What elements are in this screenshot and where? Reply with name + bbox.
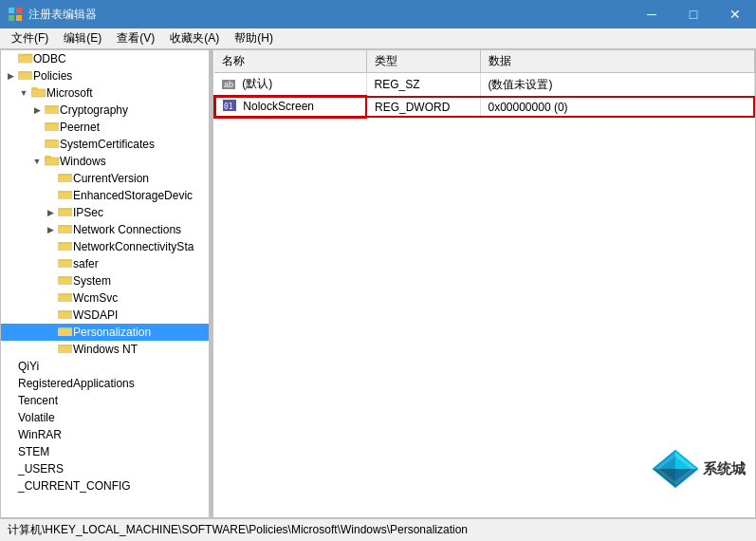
tree-item-wcmsvc[interactable]: WcmSvc <box>1 289 209 307</box>
main-content: ODBC ▶ Policies ▼ Microsoft ▶ Cryptograp… <box>0 49 756 518</box>
tree-label: _CURRENT_CONFIG <box>18 479 131 493</box>
svg-rect-9 <box>31 89 46 97</box>
svg-rect-11 <box>31 87 38 90</box>
tree-label: CurrentVersion <box>73 172 149 185</box>
menu-file[interactable]: 文件(F) <box>4 28 56 48</box>
svg-text:01: 01 <box>224 103 233 111</box>
svg-rect-34 <box>58 278 72 285</box>
expand-icon <box>45 309 56 321</box>
tree-item-systemcertificates[interactable]: SystemCertificates <box>1 136 209 153</box>
reg-data: (数值未设置) <box>480 73 755 97</box>
close-button[interactable]: ✕ <box>714 0 756 28</box>
tree-label: IPSec <box>73 206 103 219</box>
tree-label: Policies <box>33 69 72 83</box>
tree-item-safer[interactable]: safer <box>1 255 209 272</box>
expand-icon <box>5 480 16 492</box>
tree-item-cryptography[interactable]: ▶ Cryptography <box>1 102 209 119</box>
tree-item-tencent[interactable]: Tencent <box>1 392 209 409</box>
expand-icon <box>5 361 16 372</box>
tree-label: EnhancedStorageDevic <box>73 189 193 202</box>
folder-icon <box>58 308 73 323</box>
folder-icon <box>58 342 73 357</box>
menu-edit[interactable]: 编辑(E) <box>56 28 109 48</box>
status-text: 计算机\HKEY_LOCAL_MACHINE\SOFTWARE\Policies… <box>8 522 468 538</box>
folder-icon <box>58 239 73 254</box>
tree-item-winrar[interactable]: WinRAR <box>1 426 209 443</box>
tree-label: Microsoft <box>46 86 93 100</box>
tree-item-registeredapplications[interactable]: RegisteredApplications <box>1 375 209 392</box>
folder-icon <box>45 137 60 152</box>
tree-label: Windows <box>60 155 106 168</box>
tree-item-networkconnectivitysta[interactable]: NetworkConnectivitySta <box>1 238 209 255</box>
tree-item-stem[interactable]: STEM <box>1 443 209 460</box>
tree-item-windows[interactable]: ▼ Windows <box>1 153 209 170</box>
tree-item-system[interactable]: System <box>1 272 209 289</box>
svg-rect-28 <box>58 227 72 233</box>
expand-icon: ▶ <box>31 104 43 116</box>
svg-rect-22 <box>58 176 72 182</box>
expand-icon: ▶ <box>45 224 56 235</box>
reg-type: REG_SZ <box>366 73 480 97</box>
menu-bar: 文件(F) 编辑(E) 查看(V) 收藏夹(A) 帮助(H) <box>0 28 756 49</box>
expand-icon <box>5 429 16 440</box>
folder-icon <box>58 256 73 271</box>
svg-rect-2 <box>9 15 14 21</box>
tree-panel: ODBC ▶ Policies ▼ Microsoft ▶ Cryptograp… <box>1 50 210 517</box>
tree-label: WcmSvc <box>73 291 118 305</box>
svg-rect-6 <box>18 56 32 63</box>
table-row[interactable]: 01 NolockScreen REG_DWORD 0x00000000 (0) <box>214 96 755 118</box>
expand-icon <box>5 378 16 389</box>
reg-name: 01 NolockScreen <box>214 96 366 118</box>
reg-data: 0x00000000 (0) <box>480 96 755 118</box>
expand-icon <box>5 463 16 475</box>
svg-rect-17 <box>45 141 59 148</box>
expand-icon <box>5 412 16 423</box>
menu-help[interactable]: 帮助(H) <box>227 28 281 48</box>
tree-item-peernet[interactable]: Peernet <box>1 119 209 136</box>
folder-icon <box>18 51 33 66</box>
reg-type: REG_DWORD <box>366 96 480 118</box>
reg-name: ab (默认) <box>214 73 366 97</box>
tree-item-ipsec[interactable]: ▶ IPSec <box>1 204 209 221</box>
expand-icon <box>5 395 16 406</box>
menu-favorites[interactable]: 收藏夹(A) <box>162 28 227 48</box>
app-icon <box>8 7 23 22</box>
tree-item-personalization[interactable]: Personalization <box>1 324 209 341</box>
svg-rect-32 <box>58 261 72 268</box>
col-name: 名称 <box>214 50 366 73</box>
maximize-button[interactable]: □ <box>673 0 714 28</box>
folder-icon <box>58 188 73 203</box>
tree-item-enhancedstoragedevic[interactable]: EnhancedStorageDevic <box>1 187 209 204</box>
expand-icon <box>5 53 16 65</box>
tree-item-microsoft[interactable]: ▼ Microsoft <box>1 84 209 102</box>
table-row[interactable]: ab (默认) REG_SZ (数值未设置) <box>214 73 755 97</box>
menu-view[interactable]: 查看(V) <box>109 28 162 48</box>
title-bar-buttons: ─ □ ✕ <box>631 0 756 28</box>
folder-icon <box>58 222 73 237</box>
tree-item-policies[interactable]: ▶ Policies <box>1 67 209 84</box>
tree-item-qiyi[interactable]: QiYi <box>1 358 209 375</box>
minimize-button[interactable]: ─ <box>631 0 673 28</box>
tree-item-odbc[interactable]: ODBC <box>1 50 209 67</box>
tree-item-currentversion[interactable]: CurrentVersion <box>1 170 209 187</box>
tree-label: WinRAR <box>18 428 62 441</box>
svg-rect-3 <box>16 15 22 21</box>
tree-label: Personalization <box>73 326 151 339</box>
svg-rect-36 <box>58 295 72 302</box>
tree-label: _USERS <box>18 462 64 476</box>
tree-item-volatile[interactable]: Volatile <box>1 409 209 426</box>
expand-icon <box>5 446 16 457</box>
folder-icon <box>18 68 33 84</box>
tree-item-users[interactable]: _USERS <box>1 460 209 477</box>
tree-label: ODBC <box>33 52 66 65</box>
tree-item-current-config[interactable]: _CURRENT_CONFIG <box>1 477 209 494</box>
svg-rect-8 <box>18 73 32 80</box>
expand-icon <box>45 241 56 252</box>
tree-item-networkconnections[interactable]: ▶ Network Connections <box>1 221 209 238</box>
right-panel: 名称 类型 数据 ab (默认) REG_SZ (数值未设置) <box>213 50 755 517</box>
title-bar: 注册表编辑器 ─ □ ✕ <box>0 0 756 28</box>
tree-item-windowsnt[interactable]: Windows NT <box>1 341 209 358</box>
tree-item-wsdapi[interactable]: WSDAPI <box>1 307 209 324</box>
col-data: 数据 <box>480 50 755 73</box>
expand-icon: ▼ <box>31 156 43 167</box>
